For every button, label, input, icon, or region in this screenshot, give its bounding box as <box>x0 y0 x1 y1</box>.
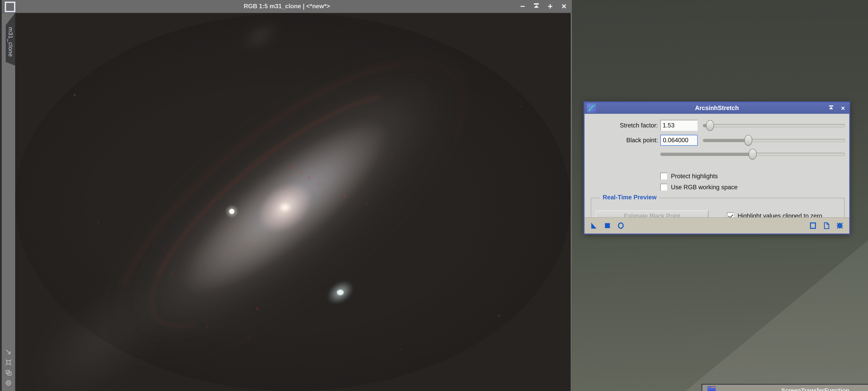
image-tab-m31-clone[interactable]: m31_clone <box>6 13 15 65</box>
image-window-titlebar[interactable]: RGB 1:5 m31_clone | <*new*> − + × <box>2 0 572 13</box>
preview-frame-icon[interactable] <box>5 359 12 366</box>
use-rgb-working-space-checkbox[interactable] <box>660 184 668 191</box>
window-selector-icon[interactable] <box>5 2 16 12</box>
slider-fill <box>703 139 748 142</box>
image-window: RGB 1:5 m31_clone | <*new*> − + × <box>2 0 572 391</box>
image-window-side-panel: m31_clone <box>2 13 15 391</box>
pointer-arrow-icon[interactable] <box>5 348 12 356</box>
arcsinhstretch-dialog: ArcsinhStretch × Stretch factor: <box>584 101 850 234</box>
vignette-overlay <box>15 13 571 391</box>
stf-window-partial[interactable]: ScreenTransferFunction <box>702 384 868 391</box>
black-point-input[interactable] <box>660 135 698 146</box>
slider-track[interactable] <box>703 139 845 142</box>
pixinsight-workspace: RGB 1:5 m31_clone | <*new*> − + × <box>0 0 868 391</box>
image-window-title: RGB 1:5 m31_clone | <*new*> <box>2 0 572 12</box>
stretch-factor-label: Stretch factor: <box>592 120 658 131</box>
real-time-preview-icon[interactable] <box>809 222 817 230</box>
duplicate-view-icon[interactable] <box>5 369 12 376</box>
apply-icon[interactable] <box>603 222 611 230</box>
stretch-factor-input[interactable] <box>660 120 698 131</box>
shade-icon <box>828 104 834 112</box>
slider-handle[interactable] <box>706 120 714 131</box>
reset-icon[interactable] <box>836 222 844 230</box>
stf-window-title: ScreenTransferFunction <box>781 387 849 391</box>
black-point-slider[interactable] <box>703 139 845 142</box>
dialog-close-button[interactable]: × <box>839 105 846 112</box>
dialog-body: Stretch factor: Black point: <box>585 114 849 218</box>
slider-track[interactable] <box>703 124 845 127</box>
realtime-preview-group-title: Real-Time Preview <box>600 194 659 201</box>
image-tab-label: m31_clone <box>7 22 14 57</box>
target-icon[interactable] <box>5 379 12 387</box>
black-point-label: Black point: <box>592 135 658 146</box>
dialog-titlebar[interactable]: ArcsinhStretch × <box>585 102 849 114</box>
protect-highlights-label: Protect highlights <box>671 173 718 180</box>
galaxy-image-view[interactable] <box>15 13 571 391</box>
dialog-footer <box>585 217 849 233</box>
zoom-in-button[interactable]: + <box>546 2 555 11</box>
dialog-shade-button[interactable] <box>828 105 835 112</box>
field-stars <box>15 13 16 13</box>
workspace-edge <box>0 0 2 391</box>
shade-button[interactable] <box>532 2 541 11</box>
dialog-title: ArcsinhStretch <box>585 102 849 114</box>
browse-documentation-icon[interactable] <box>823 222 830 230</box>
stf-window-icon <box>707 386 716 391</box>
slider-handle[interactable] <box>749 149 756 160</box>
use-rgb-working-space-label: Use RGB working space <box>671 184 738 191</box>
stretch-factor-slider[interactable] <box>703 124 845 127</box>
shade-icon <box>533 2 540 11</box>
protect-highlights-checkbox[interactable] <box>660 173 668 180</box>
slider-handle[interactable] <box>744 135 752 146</box>
new-instance-icon[interactable] <box>590 222 598 230</box>
close-button[interactable]: × <box>560 2 568 11</box>
slider-fill <box>660 153 753 156</box>
minimize-button[interactable]: − <box>518 2 527 11</box>
black-point-fine-slider[interactable] <box>660 153 845 156</box>
apply-global-icon[interactable] <box>617 222 625 230</box>
